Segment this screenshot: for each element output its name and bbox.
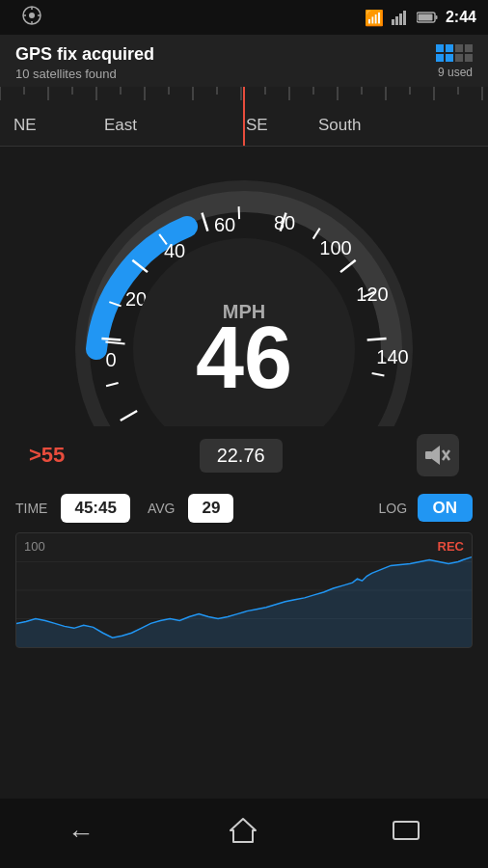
- sat-cell-6: [446, 54, 453, 62]
- svg-text:46: 46: [196, 310, 292, 406]
- gps-subtitle: 10 satellites found: [15, 67, 154, 81]
- sat-cell-1: [436, 44, 444, 52]
- info-row: >55 22.76: [0, 426, 488, 484]
- satellite-info: 9 used: [436, 44, 473, 79]
- stats-row: TIME 45:45 AVG 29 LOG ON: [0, 484, 488, 532]
- svg-marker-69: [16, 557, 472, 647]
- home-icon: [229, 817, 258, 844]
- recent-icon: [392, 819, 420, 842]
- speedometer-svg: 0 20 40 60 80 100 120 140: [61, 156, 427, 426]
- speed-graph-svg: [16, 533, 472, 647]
- satellite-grid: [436, 44, 473, 62]
- compass-south: South: [318, 116, 361, 135]
- sat-cell-5: [436, 54, 444, 62]
- bluetooth-icon: 📶: [365, 9, 384, 27]
- status-time: 2:44: [446, 9, 476, 26]
- sat-cell-2: [446, 44, 453, 52]
- mute-button[interactable]: [417, 434, 459, 476]
- svg-text:120: 120: [356, 284, 388, 305]
- speed-alert: >55: [29, 443, 65, 468]
- sat-cell-7: [455, 54, 463, 62]
- svg-point-1: [29, 13, 35, 18]
- svg-marker-70: [230, 819, 256, 842]
- svg-text:100: 100: [319, 237, 351, 258]
- svg-marker-63: [432, 446, 440, 465]
- compass-east: East: [104, 116, 137, 135]
- gps-header: GPS fix acquired 10 satellites found 9 u…: [0, 35, 488, 87]
- avg-value[interactable]: 29: [188, 494, 233, 523]
- status-bar: 📶 2:44: [0, 0, 488, 35]
- avg-label: AVG: [148, 501, 176, 516]
- sat-cell-8: [465, 54, 473, 62]
- svg-rect-6: [392, 19, 394, 25]
- svg-rect-9: [403, 11, 406, 25]
- time-label: TIME: [15, 501, 47, 516]
- svg-rect-7: [395, 16, 398, 25]
- speedometer-container: 0 20 40 60 80 100 120 140: [0, 147, 488, 426]
- sat-cell-3: [455, 44, 463, 52]
- signal-icon: [392, 10, 409, 25]
- svg-rect-8: [399, 14, 402, 25]
- nav-bar: ←: [0, 799, 488, 868]
- svg-rect-71: [393, 822, 419, 839]
- home-button[interactable]: [229, 817, 258, 851]
- sat-cell-4: [465, 44, 473, 52]
- satellites-used: 9 used: [438, 66, 473, 79]
- svg-rect-12: [418, 14, 432, 21]
- distance-badge: 22.76: [200, 439, 283, 473]
- battery-icon: [417, 12, 438, 23]
- log-value[interactable]: ON: [418, 494, 474, 522]
- back-button[interactable]: ←: [68, 818, 95, 849]
- compass-bar: // ticks rendered inline below NE East S…: [0, 87, 488, 147]
- compass-se: SE: [246, 116, 268, 135]
- gps-status-icon: [21, 5, 42, 30]
- svg-rect-62: [425, 451, 432, 459]
- mute-icon: [425, 445, 450, 466]
- svg-text:140: 140: [376, 346, 408, 367]
- svg-text:60: 60: [214, 214, 235, 235]
- svg-text:0: 0: [105, 349, 116, 370]
- compass-ne: NE: [14, 116, 37, 135]
- log-toggle: LOG ON: [378, 499, 473, 518]
- recent-button[interactable]: [392, 818, 420, 849]
- speed-graph: 100 REC: [15, 532, 473, 648]
- svg-line-57: [367, 339, 387, 339]
- svg-line-47: [101, 339, 121, 339]
- compass-cursor: [243, 87, 245, 147]
- log-label: LOG: [378, 501, 407, 516]
- time-value[interactable]: 45:45: [61, 494, 129, 523]
- speedometer: 0 20 40 60 80 100 120 140: [61, 156, 427, 426]
- svg-rect-11: [435, 15, 437, 19]
- gps-title: GPS fix acquired: [15, 44, 154, 65]
